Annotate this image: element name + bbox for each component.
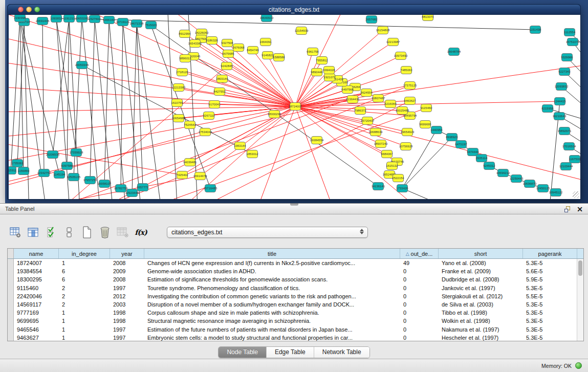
graph-node[interactable]: 7425402 xyxy=(176,171,188,179)
graph-node[interactable]: 12154939 xyxy=(295,27,309,35)
graph-node[interactable]: 9896013 xyxy=(179,55,191,62)
table-cell[interactable]: 9463627 xyxy=(14,335,59,341)
graph-edge[interactable] xyxy=(9,35,295,106)
table-cell[interactable]: 1998 xyxy=(110,310,144,316)
table-cell[interactable]: Structural magnetic resonance image aver… xyxy=(144,318,400,324)
table-cell[interactable]: 5.3E-5 xyxy=(523,326,577,333)
table-cell[interactable]: 1 xyxy=(59,335,110,341)
table-cell[interactable]: 49 xyxy=(400,260,439,266)
graph-edge[interactable] xyxy=(137,24,162,199)
table-cell[interactable]: de Silva et al. (2003) xyxy=(439,301,523,308)
graph-node[interactable]: 2657682 xyxy=(365,16,378,24)
table-cell[interactable]: Dudbridge et al. (2008) xyxy=(439,276,523,282)
graph-node[interactable]: 18724007 xyxy=(289,103,302,111)
graph-node[interactable]: 8938923 xyxy=(446,134,458,141)
graph-node[interactable]: 12450125 xyxy=(536,185,550,192)
table-cell[interactable]: 5.5E-5 xyxy=(523,293,577,299)
graph-node[interactable]: 7986372 xyxy=(354,107,366,115)
table-cell[interactable]: 1 xyxy=(59,260,110,266)
new-document-icon[interactable] xyxy=(81,226,93,238)
graph-node[interactable]: 12250443 xyxy=(510,175,524,183)
graph-node[interactable]: 17534044 xyxy=(199,128,212,136)
graph-node[interactable]: 12103444 xyxy=(559,163,573,170)
graph-node[interactable]: 20206536 xyxy=(46,151,60,159)
table-row[interactable]: 946554611997Estimation of the future num… xyxy=(8,325,583,334)
graph-node[interactable]: 1151438 xyxy=(530,26,542,34)
table-row[interactable]: 977716911998Corpus callosum shape and si… xyxy=(8,309,583,317)
function-icon[interactable]: f(x) xyxy=(135,226,147,238)
table-cell[interactable]: 18300295 xyxy=(14,276,59,282)
graph-node[interactable]: 6466160 xyxy=(103,16,115,24)
graph-node[interactable]: 10696870 xyxy=(523,180,537,188)
table-cell[interactable]: 0 xyxy=(400,326,439,333)
select-rows-icon[interactable] xyxy=(45,226,57,238)
table-cell[interactable]: 5.3E-5 xyxy=(523,335,577,341)
graph-node[interactable]: 6497568 xyxy=(341,86,354,94)
graph-node[interactable]: 2718126 xyxy=(176,69,188,76)
table-cell[interactable]: 5.9E-5 xyxy=(523,276,577,282)
table-cell[interactable]: 0 xyxy=(400,268,439,274)
table-cell[interactable]: Yano et al. (2008) xyxy=(439,260,523,266)
table-cell[interactable]: 19384554 xyxy=(14,268,59,274)
graph-edge[interactable] xyxy=(82,18,101,199)
graph-node[interactable]: 1953144 xyxy=(234,142,246,150)
graph-node[interactable]: 6994028 xyxy=(323,67,335,74)
table-cell[interactable]: 14569117 xyxy=(14,301,59,308)
graph-edge[interactable] xyxy=(295,52,313,106)
graph-node[interactable]: 3915911 xyxy=(9,167,17,174)
table-cell[interactable]: 9777169 xyxy=(14,310,59,316)
table-cell[interactable]: 0 xyxy=(400,301,439,308)
float-window-icon[interactable] xyxy=(564,206,572,213)
table-cell[interactable]: Estimation of significance thresholds fo… xyxy=(144,276,400,282)
table-cell[interactable]: Franke et al. (2009) xyxy=(439,268,523,274)
graph-node[interactable]: 17957253 xyxy=(83,177,97,184)
graph-node[interactable]: 9699695 xyxy=(419,121,431,128)
graph-node[interactable]: 16648784 xyxy=(447,48,461,56)
graph-node[interactable]: 9657771 xyxy=(137,184,149,191)
table-cell[interactable]: Tibbo et al. (1998) xyxy=(439,310,523,316)
table-row[interactable]: 911546021997Tourette syndrome. Phenomeno… xyxy=(8,284,583,292)
column-header-pagerank[interactable]: pagerank xyxy=(523,249,577,258)
graph-node[interactable]: 10945122 xyxy=(549,189,563,196)
table-cell[interactable]: Embryonic stem cells: a model to study s… xyxy=(144,335,400,341)
table-settings-icon[interactable] xyxy=(9,226,21,238)
graph-node[interactable]: 10654985 xyxy=(172,115,186,122)
table-cell[interactable]: Disruption of a novel member of a sodium… xyxy=(144,301,400,308)
table-cell[interactable]: Estimation of the future numbers of pati… xyxy=(144,326,400,333)
table-cell[interactable]: 9699695 xyxy=(14,318,59,324)
table-cell[interactable]: 6 xyxy=(59,268,110,274)
graph-edge[interactable] xyxy=(172,106,295,199)
table-cell[interactable]: 2008 xyxy=(110,260,144,266)
table-cell[interactable]: Nakamura et al. (1997) xyxy=(439,326,523,333)
window-titlebar[interactable]: citations_edges.txt xyxy=(8,5,580,15)
graph-node[interactable]: 15892971 xyxy=(558,127,572,135)
graph-node[interactable]: 8912954 xyxy=(179,30,191,38)
graph-node[interactable]: 7485063 xyxy=(400,67,412,74)
graph-node[interactable]: 9115460 xyxy=(421,104,433,112)
graph-node[interactable]: 19654923 xyxy=(401,128,415,136)
table-cell[interactable]: 2012 xyxy=(110,293,144,299)
table-cell[interactable]: Changes of HCN gene expression and I(f) … xyxy=(144,260,400,266)
table-cell[interactable]: 5.3E-5 xyxy=(523,318,577,324)
graph-node[interactable]: 8454749 xyxy=(247,47,259,54)
table-cell[interactable]: 2009 xyxy=(110,268,144,274)
tab-network-table[interactable]: Network Table xyxy=(314,347,369,358)
graph-node[interactable]: 9327508 xyxy=(221,39,233,47)
graph-node[interactable]: 14039481 xyxy=(183,159,197,166)
graph-node[interactable]: 5675685 xyxy=(222,50,234,58)
table-cell[interactable]: 0 xyxy=(400,293,439,299)
graph-node[interactable]: 6473197 xyxy=(455,141,467,148)
table-row[interactable]: 1830029562008Estimation of significance … xyxy=(8,275,583,283)
table-cell[interactable]: 2 xyxy=(59,301,110,308)
graph-node[interactable]: 7515023 xyxy=(145,21,157,29)
graph-edge[interactable] xyxy=(402,188,469,199)
graph-node[interactable]: 9242845 xyxy=(221,62,233,70)
table-cell[interactable]: 1 xyxy=(59,326,110,333)
graph-node[interactable]: 7955812 xyxy=(316,57,328,64)
delete-icon[interactable] xyxy=(99,226,111,238)
table-cell[interactable]: Stergiakouli et al. (2012) xyxy=(439,293,523,299)
graph-edge[interactable] xyxy=(123,22,142,199)
graph-edge[interactable] xyxy=(573,42,580,74)
graph-node[interactable]: 7524541 xyxy=(184,121,196,129)
graph-node[interactable]: 10025488 xyxy=(396,107,409,115)
